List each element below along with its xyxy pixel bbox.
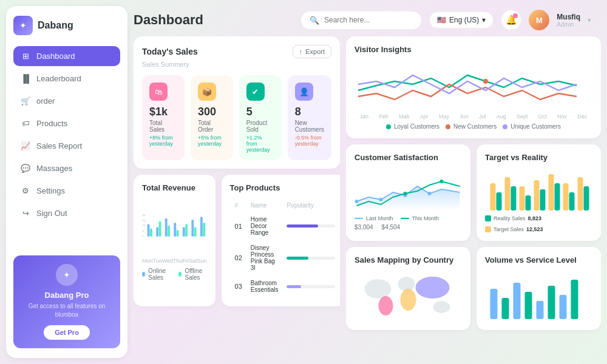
sidebar-item-settings[interactable]: ⚙ Settings (13, 181, 120, 201)
bottom-right-grid: Sales Mapping by Country (346, 247, 601, 330)
svg-rect-52 (560, 295, 567, 319)
sales-mapping-card: Sales Mapping by Country (346, 247, 470, 330)
logo-icon: ✦ (13, 16, 33, 35)
bottom-left-grid: Total Revenue 35k 25k 15k 5k 0 (134, 175, 340, 306)
stat-total-order: 📦 300 Total Order +5% from yesterday (191, 75, 233, 160)
total-sales-value: $1k (149, 106, 177, 118)
user-role: Admin (557, 21, 580, 28)
sidebar-item-sales-report[interactable]: 📈 Sales Report (13, 136, 120, 156)
dashboard-grid: Today's Sales ↑ Export Sales Summery 🛍 $… (134, 36, 601, 358)
total-order-label: Total Order (198, 120, 226, 133)
svg-rect-39 (584, 186, 589, 211)
messages-icon: 💬 (21, 164, 30, 173)
svg-text:0: 0 (142, 235, 143, 237)
brand-name: Dabang (38, 20, 73, 31)
header: Dashboard 🔍 🇺🇸 Eng (US) ▾ 🔔 M Musfiq Adm… (134, 6, 601, 36)
svg-rect-8 (159, 221, 161, 237)
middle-right-grid: Customer Satisfaction (346, 144, 601, 241)
svg-rect-17 (200, 217, 203, 236)
total-order-icon: 📦 (198, 83, 216, 101)
svg-point-23 (428, 192, 432, 195)
sales-icon: 📈 (21, 141, 30, 150)
total-sales-icon: 🛍 (149, 83, 168, 101)
search-bar[interactable]: 🔍 (300, 11, 422, 30)
svg-rect-51 (548, 286, 555, 319)
get-pro-button[interactable]: Get Pro (44, 325, 90, 340)
stat-new-customers: 👤 8 New Customers -0.5% from yesterday (288, 75, 331, 160)
col-num: # (231, 200, 246, 211)
svg-rect-35 (526, 195, 531, 211)
svg-rect-11 (174, 223, 176, 237)
svg-rect-6 (150, 229, 152, 237)
export-button[interactable]: ↑ Export (293, 45, 331, 58)
visitor-month-labels: JanFebMabAprMayJunJulAugSeptOctNovDec (354, 113, 592, 120)
user-info: Musfiq Admin (557, 13, 580, 28)
notifications-button[interactable]: 🔔 (501, 10, 521, 30)
svg-rect-29 (534, 180, 540, 211)
pro-widget: ✦ Dabang Pro Get access to all features … (13, 255, 120, 348)
satisfaction-legend: Last Month This Month (354, 215, 462, 221)
todays-sales-title: Today's Sales (142, 47, 198, 56)
stat-total-sales: 🛍 $1k Total Sales +8% from yesterday (142, 75, 185, 160)
svg-rect-13 (183, 227, 185, 237)
new-customers-change: -0.5% from yesterday (295, 135, 324, 147)
row1-name: Home Decor Range (247, 212, 282, 240)
svg-rect-28 (520, 186, 525, 211)
svg-rect-48 (514, 283, 521, 319)
sidebar-item-messages[interactable]: 💬 Massages (13, 158, 120, 178)
svg-rect-34 (511, 186, 517, 211)
visitor-legend: Loyal Customers New Customers Unique Cus… (354, 123, 592, 130)
svg-rect-12 (177, 230, 179, 237)
sidebar-item-order[interactable]: 🛒 order (13, 91, 120, 111)
visitor-chart (354, 60, 592, 109)
svg-rect-15 (191, 220, 194, 237)
target-title: Target vs Reality (485, 153, 592, 162)
svg-rect-9 (165, 218, 168, 237)
export-icon: ↑ (299, 48, 303, 55)
svg-rect-50 (537, 301, 544, 319)
user-chevron-icon: ▾ (588, 16, 591, 24)
revenue-chart-labels: MonTueWedThuFriSatSun (142, 258, 207, 264)
row2-name: Disney Princess Pink Bag 3l (247, 241, 282, 275)
col-name: Name (247, 200, 282, 211)
satisfaction-chart (354, 168, 462, 211)
pro-desc: Get access to all features on blumboa (22, 302, 112, 319)
row1-num: 01 (231, 212, 246, 240)
svg-rect-26 (490, 183, 496, 211)
visitor-title: Visitor Insights (354, 45, 592, 54)
svg-point-40 (365, 279, 392, 298)
sidebar-item-leaderboard[interactable]: ▐▌ Leaderboard (13, 69, 120, 89)
signout-icon: ↪ (21, 209, 30, 218)
target-vs-reality-card: Target vs Reality (476, 144, 601, 241)
product-sold-value: 5 (246, 106, 274, 118)
top-products-card: Top Products # Name Popularity Sales (222, 175, 340, 306)
svg-rect-16 (194, 227, 197, 237)
stat-product-sold: ✔ 5 Product Sold +1.2% from yesterday (239, 75, 282, 160)
sidebar-item-signout[interactable]: ↪ Sign Out (13, 203, 120, 223)
svg-text:25k: 25k (142, 220, 146, 222)
revenue-legend: Online Sales Offline Sales (142, 268, 207, 281)
search-input[interactable] (324, 16, 409, 24)
svg-rect-5 (148, 224, 150, 237)
language-selector[interactable]: 🇺🇸 Eng (US) ▾ (429, 12, 493, 29)
world-map (354, 271, 462, 319)
product-sold-label: Product Sold (246, 120, 274, 133)
row2-num: 02 (231, 241, 246, 275)
chevron-down-icon: ▾ (482, 16, 486, 24)
svg-rect-38 (569, 192, 575, 211)
todays-sales-card: Today's Sales ↑ Export Sales Summery 🛍 $… (134, 36, 340, 169)
main-content: Dashboard 🔍 🇺🇸 Eng (US) ▾ 🔔 M Musfiq Adm… (134, 0, 607, 364)
total-revenue-card: Total Revenue 35k 25k 15k 5k 0 (134, 175, 215, 306)
row3-popularity (283, 276, 339, 297)
svg-point-24 (404, 192, 407, 195)
svg-point-19 (483, 79, 488, 84)
sidebar-item-dashboard[interactable]: ⊞ Dashboard (13, 46, 120, 66)
sidebar-item-products[interactable]: 🏷 Products (13, 113, 120, 133)
row2-popularity (283, 241, 339, 275)
table-row: 01 Home Decor Range 45% (231, 212, 340, 240)
new-customers-icon: 👤 (295, 83, 313, 101)
sidebar: ✦ Dabang ⊞ Dashboard ▐▌ Leaderboard 🛒 or… (6, 6, 127, 358)
svg-text:5k: 5k (142, 230, 144, 232)
total-order-value: 300 (198, 106, 226, 118)
svg-point-45 (433, 301, 450, 313)
